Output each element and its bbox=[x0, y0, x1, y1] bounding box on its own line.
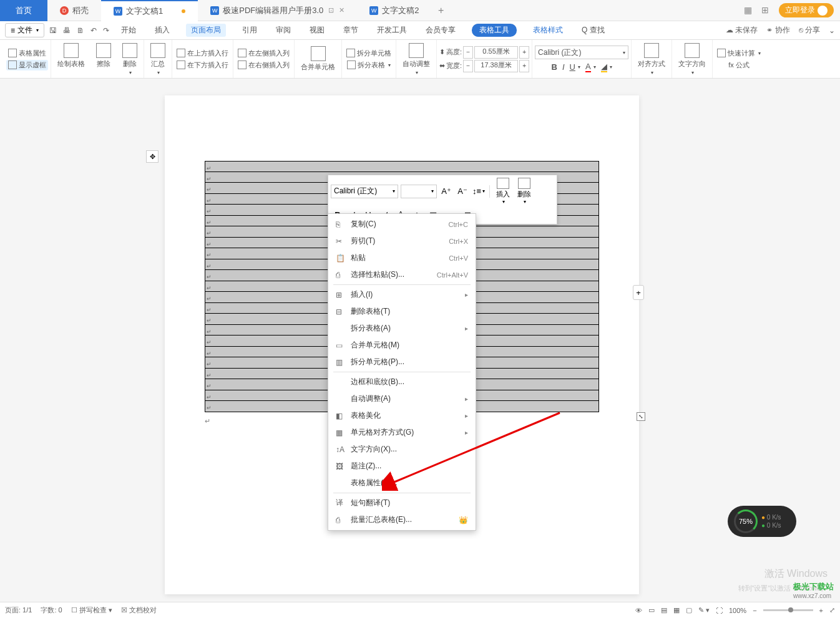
line-spacing-button[interactable]: ↕≡▾ bbox=[472, 185, 486, 198]
zoom-in-button[interactable]: + bbox=[819, 607, 823, 614]
table-row[interactable]: ↵ bbox=[205, 161, 599, 172]
ctx-paste[interactable]: 📋粘贴Ctrl+V bbox=[328, 249, 476, 266]
ctx-merge-cell[interactable]: ▭合并单元格(M) bbox=[328, 337, 476, 354]
undo-icon[interactable]: ↶ bbox=[90, 26, 97, 35]
redo-icon[interactable]: ↷ bbox=[103, 26, 109, 35]
ctx-insert[interactable]: ⊞插入(I)▸ bbox=[328, 286, 476, 303]
tab-member[interactable]: 会员专享 bbox=[423, 24, 458, 37]
tab-layout[interactable]: 页面布局 bbox=[186, 24, 226, 37]
zoom-slider[interactable] bbox=[763, 609, 813, 611]
ctx-cell-align[interactable]: ▦单元格对齐方式(G)▸ bbox=[328, 424, 476, 441]
height-plus[interactable]: + bbox=[519, 46, 529, 59]
view-web-icon[interactable]: ▦ bbox=[673, 606, 680, 614]
spell-check-toggle[interactable]: ☐ 拼写检查 ▾ bbox=[71, 606, 112, 615]
proofread-button[interactable]: ☒ 文档校对 bbox=[121, 606, 157, 615]
tab-doc2[interactable]: W文字文稿2 bbox=[357, 0, 431, 21]
insert-below-button[interactable]: 在下方插入行 bbox=[175, 60, 230, 70]
share-button[interactable]: ⎋ 分享 bbox=[799, 25, 820, 36]
height-input[interactable]: 0.55厘米 bbox=[474, 46, 518, 59]
fullscreen-icon[interactable]: ⤢ bbox=[829, 606, 835, 614]
ctx-paste-special[interactable]: ⎙选择性粘贴(S)...Ctrl+Alt+V bbox=[328, 266, 476, 283]
mini-font-select[interactable]: Calibri (正文)▾ bbox=[331, 185, 398, 198]
tab-chapter[interactable]: 章节 bbox=[341, 24, 361, 37]
login-button[interactable]: 立即登录 bbox=[779, 3, 834, 17]
view-eye-icon[interactable]: 👁 bbox=[635, 607, 642, 614]
save-icon[interactable]: 🖫 bbox=[49, 26, 57, 35]
ctx-batch-summary[interactable]: ⎙批量汇总表格(E)...👑 bbox=[328, 511, 476, 528]
zoom-out-button[interactable]: − bbox=[753, 607, 756, 614]
align-button[interactable]: 对齐方式▾ bbox=[634, 42, 669, 77]
mini-size-select[interactable]: ▾ bbox=[401, 185, 437, 198]
highlight-button[interactable]: ◢▾ bbox=[601, 62, 612, 72]
menu-more-icon[interactable]: ⌄ bbox=[829, 26, 835, 35]
mini-insert-button[interactable]: 插入▾ bbox=[494, 178, 512, 205]
table-resize-handle[interactable]: ⤡ bbox=[637, 412, 645, 421]
grid3-icon[interactable]: ▦ bbox=[744, 5, 755, 16]
erase-button[interactable]: 擦除 bbox=[92, 42, 115, 77]
print-icon[interactable]: 🖶 bbox=[63, 26, 71, 35]
tab-ref[interactable]: 引用 bbox=[240, 24, 260, 37]
ctx-split-cell[interactable]: ▥拆分单元格(P)... bbox=[328, 354, 476, 370]
tab-review[interactable]: 审阅 bbox=[273, 24, 293, 37]
insert-left-button[interactable]: 在左侧插入列 bbox=[236, 48, 291, 59]
increase-font-button[interactable]: A⁺ bbox=[439, 185, 453, 198]
file-menu[interactable]: ≡ 文件 ▾ bbox=[5, 23, 44, 37]
view-read-icon[interactable]: ▢ bbox=[686, 606, 692, 614]
tab-start[interactable]: 开始 bbox=[119, 24, 139, 37]
tab-docer[interactable]: D稻壳 bbox=[47, 0, 101, 21]
font-color-button[interactable]: A▾ bbox=[585, 62, 596, 72]
unsaved-badge[interactable]: ☁ 未保存 bbox=[726, 25, 758, 36]
ctx-beautify[interactable]: ◧表格美化▸ bbox=[328, 407, 476, 424]
preview-icon[interactable]: 🗎 bbox=[77, 26, 84, 35]
tab-close-icon[interactable]: ✕ bbox=[339, 6, 344, 14]
font-select[interactable]: Calibri (正文)▾ bbox=[535, 46, 628, 59]
insert-right-button[interactable]: 在右侧插入列 bbox=[236, 60, 291, 70]
width-plus[interactable]: + bbox=[519, 60, 529, 72]
tab-pdf[interactable]: W极速PDF编辑器用户手册3.0⊡✕ bbox=[198, 0, 357, 21]
decrease-font-button[interactable]: A⁻ bbox=[456, 185, 469, 198]
insert-above-button[interactable]: 在上方插入行 bbox=[175, 48, 230, 59]
word-count[interactable]: 字数: 0 bbox=[41, 606, 62, 615]
direction-button[interactable]: 文字方向▾ bbox=[675, 42, 710, 77]
ctx-split-table[interactable]: 拆分表格(A)▸ bbox=[328, 320, 476, 337]
ctx-caption[interactable]: 🖾题注(Z)... bbox=[328, 458, 476, 475]
table-move-handle[interactable]: ✥ bbox=[146, 150, 159, 163]
zoom-value[interactable]: 100% bbox=[729, 607, 746, 614]
ctx-translate[interactable]: 译短句翻译(T) bbox=[328, 495, 476, 511]
merge-cells-button[interactable]: 合并单元格 bbox=[297, 45, 339, 73]
ctx-autofit[interactable]: 自动调整(A)▸ bbox=[328, 390, 476, 407]
formula-button[interactable]: fx 公式 bbox=[726, 60, 751, 70]
mini-delete-button[interactable]: 删除▾ bbox=[515, 178, 534, 205]
fit-icon[interactable]: ⛶ bbox=[716, 607, 723, 614]
width-input[interactable]: 17.38厘米 bbox=[474, 60, 518, 72]
ctx-text-dir[interactable]: ↕A文字方向(X)... bbox=[328, 441, 476, 458]
delete-button[interactable]: 删除▾ bbox=[119, 42, 141, 77]
view-page-icon[interactable]: ▭ bbox=[648, 606, 655, 614]
collab-button[interactable]: ⚭ 协作 bbox=[766, 25, 789, 36]
tab-table-tools[interactable]: 表格工具 bbox=[472, 24, 517, 37]
tab-dev[interactable]: 开发工具 bbox=[374, 24, 409, 37]
ctx-copy[interactable]: ⎘复制(C)Ctrl+C bbox=[328, 216, 476, 233]
tab-view[interactable]: 视图 bbox=[307, 24, 327, 37]
split-cell-button[interactable]: 拆分单元格 bbox=[344, 48, 393, 59]
page-indicator[interactable]: 页面: 1/1 bbox=[5, 606, 32, 615]
expand-handle[interactable]: + bbox=[633, 285, 644, 300]
draw-table-button[interactable]: 绘制表格 bbox=[54, 42, 89, 77]
autofit-button[interactable]: 自动调整▾ bbox=[399, 42, 434, 77]
table-props-button[interactable]: 表格属性 bbox=[6, 48, 48, 59]
tab-doc1[interactable]: W文字文稿1 bbox=[101, 0, 198, 21]
split-table-button[interactable]: 拆分表格▾ bbox=[345, 60, 393, 70]
network-speed-widget[interactable]: 75% 0 K/s 0 K/s bbox=[728, 506, 796, 537]
width-minus[interactable]: − bbox=[463, 60, 473, 72]
ctx-border[interactable]: 边框和底纹(B)... bbox=[328, 374, 476, 390]
ctx-cut[interactable]: ✂剪切(T)Ctrl+X bbox=[328, 233, 476, 249]
tab-pin-icon[interactable]: ⊡ bbox=[328, 6, 334, 14]
fastcalc-button[interactable]: 快速计算▾ bbox=[715, 48, 763, 59]
italic-button[interactable]: I bbox=[562, 62, 565, 72]
tab-home[interactable]: 首页 bbox=[0, 0, 47, 21]
summary-button[interactable]: 汇总▾ bbox=[147, 42, 169, 77]
apps-icon[interactable]: ⊞ bbox=[761, 5, 773, 16]
edit-pen-icon[interactable]: ✎ ▾ bbox=[698, 606, 710, 614]
add-tab-button[interactable]: + bbox=[432, 5, 451, 16]
height-minus[interactable]: − bbox=[463, 46, 473, 59]
